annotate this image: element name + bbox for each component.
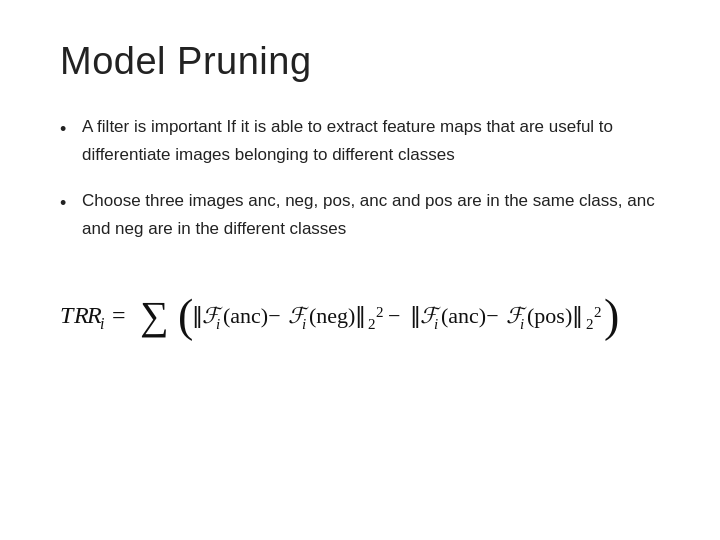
svg-text:2: 2 (376, 304, 384, 320)
slide: Model Pruning • A filter is important If… (0, 0, 720, 540)
svg-text:T: T (60, 302, 75, 328)
svg-text:i: i (302, 316, 306, 332)
svg-text:∑: ∑ (140, 293, 169, 338)
svg-text:(anc)−: (anc)− (441, 303, 499, 328)
svg-text:(neg)‖: (neg)‖ (309, 303, 366, 328)
svg-text:2: 2 (594, 304, 602, 320)
svg-text:=: = (112, 302, 126, 328)
svg-text:(pos)‖: (pos)‖ (527, 303, 583, 328)
svg-text:i: i (100, 315, 104, 332)
content-area: • A filter is important If it is able to… (60, 113, 660, 500)
formula-svg: T R R i = ∑ ( ‖ ℱ i (anc)− ℱ i (neg)‖ 2 … (60, 279, 640, 351)
svg-text:−: − (388, 303, 400, 328)
svg-text:i: i (434, 316, 438, 332)
list-item: • Choose three images anc, neg, pos, anc… (60, 187, 660, 243)
bullet-dot-2: • (60, 189, 82, 219)
svg-text:i: i (520, 316, 524, 332)
svg-text:2: 2 (368, 316, 376, 332)
bullet-dot-1: • (60, 115, 82, 145)
formula-container: T R R i = ∑ ( ‖ ℱ i (anc)− ℱ i (neg)‖ 2 … (60, 279, 660, 355)
svg-text:2: 2 (586, 316, 594, 332)
list-item: • A filter is important If it is able to… (60, 113, 660, 169)
bullet-list: • A filter is important If it is able to… (60, 113, 660, 261)
svg-text:(anc)−: (anc)− (223, 303, 281, 328)
bullet-text-1: A filter is important If it is able to e… (82, 113, 660, 169)
bullet-text-2: Choose three images anc, neg, pos, anc a… (82, 187, 660, 243)
svg-text:): ) (604, 290, 619, 341)
svg-text:i: i (216, 316, 220, 332)
page-title: Model Pruning (60, 40, 660, 83)
